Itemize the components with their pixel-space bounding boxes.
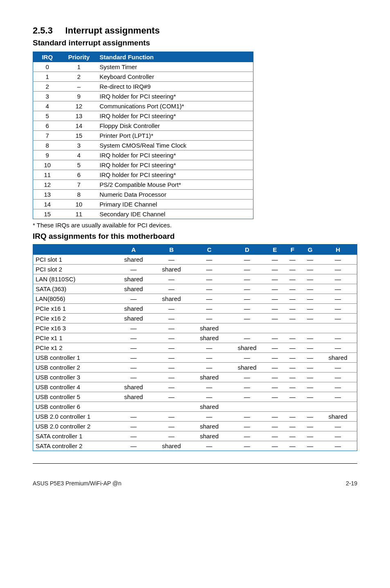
irq-assign-cell: — xyxy=(284,353,301,363)
device-cell: PCI slot 2 xyxy=(33,265,115,274)
table-row: USB 2.0 controller 2——shared————— xyxy=(33,422,357,431)
priority-cell: 6 xyxy=(62,170,96,180)
irq-assign-cell: shared xyxy=(191,323,229,333)
irq-assign-cell: — xyxy=(152,373,191,382)
t2-th: A xyxy=(115,245,153,255)
func-cell: System CMOS/Real Time Clock xyxy=(96,141,253,150)
irq-assign-cell xyxy=(152,402,191,412)
device-cell: PCIe x16 3 xyxy=(33,323,115,333)
table-row: 1410Primary IDE Channel xyxy=(33,200,253,209)
irq-cell: 1 xyxy=(33,72,62,82)
irq-assign-cell: — xyxy=(266,392,284,402)
irq-assign-cell: — xyxy=(319,294,357,304)
irq-assign-cell: shared xyxy=(115,284,153,294)
irq-assign-cell: — xyxy=(152,392,191,402)
irq-assign-cell: — xyxy=(301,422,319,431)
irq-assign-cell: — xyxy=(152,343,191,353)
device-cell: SATA controller 1 xyxy=(33,431,115,441)
t2-th: D xyxy=(228,245,266,255)
func-cell: Floppy Disk Controller xyxy=(96,121,253,131)
irq-assign-cell: — xyxy=(152,323,191,333)
t2-th: F xyxy=(284,245,301,255)
irq-assign-cell: — xyxy=(319,314,357,323)
irq-assign-cell: — xyxy=(284,382,301,392)
priority-cell: 12 xyxy=(62,101,96,111)
irq-assign-cell: — xyxy=(284,333,301,343)
table-row: 412Communications Port (COM1)* xyxy=(33,101,253,111)
irq-assign-cell: shared xyxy=(115,255,153,265)
priority-cell: 14 xyxy=(62,121,96,131)
func-cell: Re-direct to IRQ#9 xyxy=(96,82,253,92)
irq-assign-cell xyxy=(319,323,357,333)
irq-assign-cell: — xyxy=(228,294,266,304)
irq-assign-cell: — xyxy=(228,304,266,314)
func-cell: IRQ holder for PCI steering* xyxy=(96,92,253,101)
section-number: 2.5.3 xyxy=(33,25,53,36)
irq-assign-cell: — xyxy=(301,412,319,422)
table-row: USB controller 2———shared———— xyxy=(33,363,357,373)
irq-assign-cell: — xyxy=(284,373,301,382)
irq-assign-cell: — xyxy=(191,314,229,323)
irq-cell: 12 xyxy=(33,180,62,190)
irq-assign-cell: — xyxy=(152,412,191,422)
table-row: 116IRQ holder for PCI steering* xyxy=(33,170,253,180)
irq-assign-cell: — xyxy=(319,284,357,294)
priority-cell: 11 xyxy=(62,209,96,219)
irq-assign-cell: — xyxy=(191,294,229,304)
table-row: USB controller 4shared——————— xyxy=(33,382,357,392)
irq-assign-cell: — xyxy=(284,304,301,314)
irq-assign-cell: — xyxy=(301,294,319,304)
device-cell: USB controller 2 xyxy=(33,363,115,373)
irq-assign-cell: — xyxy=(266,431,284,441)
irq-assign-cell: — xyxy=(152,314,191,323)
irq-assign-cell: — xyxy=(228,333,266,343)
irq-assign-cell: — xyxy=(115,441,153,451)
irq-assign-cell: — xyxy=(191,274,229,284)
section-heading: 2.5.3 Interrupt assignments xyxy=(33,25,357,36)
irq-assign-cell: — xyxy=(266,304,284,314)
irq-assign-cell: shared xyxy=(152,441,191,451)
func-cell: PS/2 Compatible Mouse Port* xyxy=(96,180,253,190)
table-row: LAN(8056)—shared—————— xyxy=(33,294,357,304)
irq-assign-cell: — xyxy=(191,441,229,451)
irq-assign-cell: — xyxy=(115,294,153,304)
irq-assign-cell: — xyxy=(284,274,301,284)
irq-assign-cell: — xyxy=(301,314,319,323)
irq-cell: 7 xyxy=(33,131,62,141)
irq-assign-cell: — xyxy=(266,284,284,294)
irq-assign-cell: shared xyxy=(115,382,153,392)
func-cell: Printer Port (LPT1)* xyxy=(96,131,253,141)
irq-cell: 14 xyxy=(33,200,62,209)
table-row: PCIe x16 3——shared xyxy=(33,323,357,333)
irq-assign-cell: shared xyxy=(319,412,357,422)
device-cell: USB controller 4 xyxy=(33,382,115,392)
subheading-2: IRQ assignments for this motherboard xyxy=(33,232,357,241)
irq-cell: 6 xyxy=(33,121,62,131)
table-row: PCIe x16 1shared——————— xyxy=(33,304,357,314)
priority-cell: – xyxy=(62,82,96,92)
table-row: USB 2.0 controller 1———————shared xyxy=(33,412,357,422)
func-cell: Numeric Data Processor xyxy=(96,190,253,200)
irq-assign-cell: — xyxy=(191,255,229,265)
irq-assign-cell: — xyxy=(115,323,153,333)
table-row: 94IRQ holder for PCI steering* xyxy=(33,150,253,160)
irq-assign-cell: — xyxy=(266,343,284,353)
irq-assign-cell: — xyxy=(228,255,266,265)
irq-assign-cell: — xyxy=(191,382,229,392)
func-cell: System Timer xyxy=(96,62,253,72)
irq-assign-cell: — xyxy=(228,353,266,363)
irq-assign-cell: — xyxy=(319,255,357,265)
irq-assign-cell: — xyxy=(266,363,284,373)
device-cell: PCIe x16 2 xyxy=(33,314,115,323)
irq-assign-cell: — xyxy=(191,412,229,422)
table-row: PCI slot 2—shared—————— xyxy=(33,265,357,274)
table-row: SATA controller 2—shared—————— xyxy=(33,441,357,451)
priority-cell: 10 xyxy=(62,200,96,209)
irq-assign-cell: shared xyxy=(228,343,266,353)
priority-cell: 5 xyxy=(62,160,96,170)
irq-cell: 2 xyxy=(33,82,62,92)
table-row: USB controller 5shared——————— xyxy=(33,392,357,402)
device-cell: LAN (8110SC) xyxy=(33,274,115,284)
irq-assign-cell: — xyxy=(228,382,266,392)
irq-assign-cell: — xyxy=(301,274,319,284)
